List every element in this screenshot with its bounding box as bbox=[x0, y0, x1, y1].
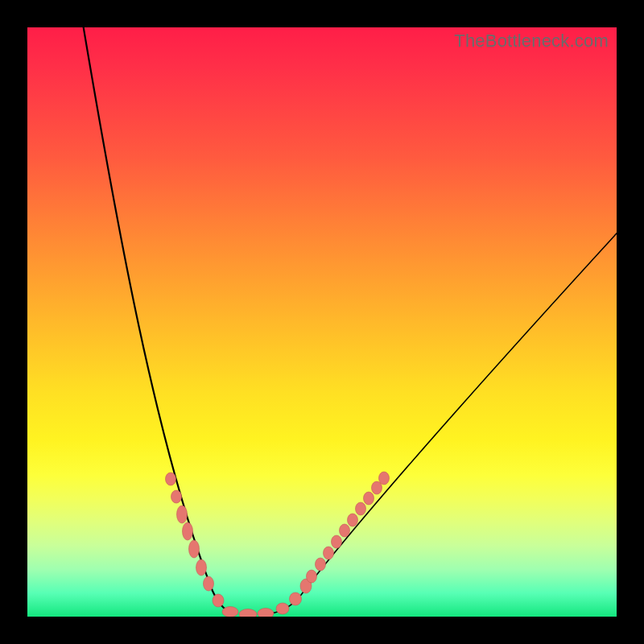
right-curve bbox=[270, 225, 617, 613]
dot-left-1 bbox=[171, 490, 182, 503]
dot-left-0 bbox=[166, 473, 176, 485]
dot-right-4 bbox=[316, 558, 326, 571]
dot-right-9 bbox=[356, 502, 366, 515]
outer-frame: TheBottleneck.com bbox=[0, 0, 644, 644]
data-dots bbox=[166, 472, 390, 617]
chart-svg bbox=[27, 27, 617, 617]
dot-right-0 bbox=[276, 603, 289, 614]
dot-right-5 bbox=[324, 547, 334, 559]
dot-right-7 bbox=[340, 524, 350, 537]
dot-left-4 bbox=[189, 540, 200, 558]
dot-bottom-1 bbox=[239, 609, 257, 617]
dot-right-10 bbox=[364, 492, 374, 505]
dot-right-11 bbox=[372, 481, 382, 494]
dot-left-5 bbox=[196, 559, 207, 576]
dot-bottom-2 bbox=[258, 609, 274, 617]
dot-right-3 bbox=[307, 570, 317, 583]
dot-right-8 bbox=[348, 514, 358, 526]
dot-left-7 bbox=[213, 594, 224, 607]
dot-left-6 bbox=[204, 576, 214, 591]
dot-right-6 bbox=[332, 535, 342, 548]
dot-left-2 bbox=[177, 506, 188, 523]
left-curve bbox=[82, 27, 235, 613]
dot-bottom-0 bbox=[222, 607, 238, 617]
dot-left-3 bbox=[183, 522, 193, 540]
dot-right-12 bbox=[379, 472, 390, 485]
plot-area: TheBottleneck.com bbox=[27, 27, 617, 617]
dot-right-1 bbox=[290, 592, 302, 605]
